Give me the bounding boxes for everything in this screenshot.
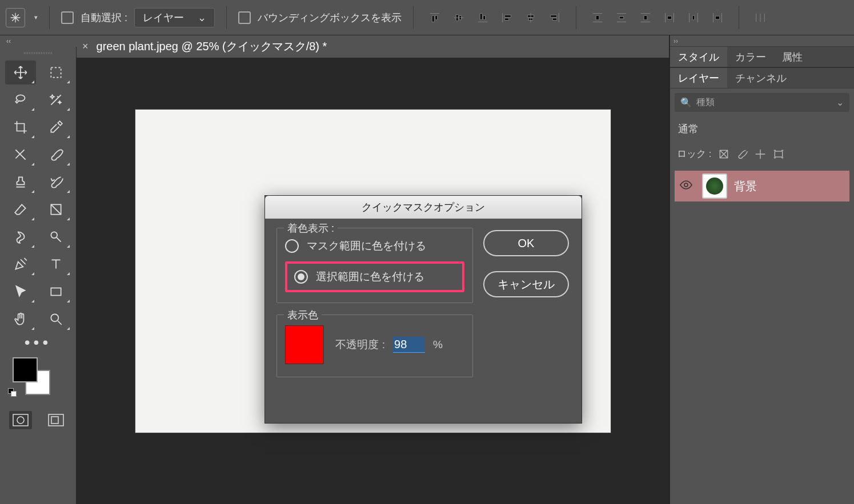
foreground-color-swatch[interactable] <box>13 357 38 382</box>
align-vcenter-icon[interactable] <box>449 8 468 27</box>
zoom-tool[interactable] <box>41 307 71 331</box>
distribute-bottom-icon[interactable] <box>636 8 655 27</box>
tools-panel: ••• <box>0 47 77 504</box>
tab-layers[interactable]: レイヤー <box>670 68 727 88</box>
smudge-tool[interactable] <box>5 225 36 249</box>
tab-color[interactable]: カラー <box>727 47 774 67</box>
crop-tool[interactable] <box>5 115 36 139</box>
cancel-button[interactable]: キャンセル <box>483 271 569 297</box>
marquee-tool[interactable] <box>41 61 71 84</box>
svg-point-11 <box>684 183 688 187</box>
layers-panel-tabs: レイヤー チャンネル <box>670 68 854 88</box>
tab-properties[interactable]: 属性 <box>774 47 811 67</box>
divider <box>226 6 227 29</box>
radio-masked-label: マスク範囲に色を付ける <box>307 239 426 253</box>
layer-row-background[interactable]: 背景 <box>675 171 849 201</box>
divider <box>576 6 576 29</box>
visibility-toggle-icon[interactable] <box>679 178 695 195</box>
layer-thumbnail[interactable] <box>702 174 727 199</box>
bounding-box-checkbox[interactable] <box>238 11 251 24</box>
color-indicates-fieldset: 着色表示 : マスク範囲に色を付ける 選択範囲に色を付ける <box>276 228 473 303</box>
svg-point-4 <box>51 314 58 321</box>
eyedropper-tool[interactable] <box>41 115 71 139</box>
move-tool[interactable] <box>5 61 36 84</box>
distribute-spacing-icon[interactable] <box>751 8 770 27</box>
align-bottom-icon[interactable] <box>473 8 492 27</box>
top-panel-tabs: スタイル カラー 属性 <box>670 47 854 67</box>
default-colors-icon[interactable] <box>8 388 18 398</box>
magic-wand-tool[interactable] <box>41 88 71 112</box>
quick-mask-options-dialog: クイックマスクオプション 着色表示 : マスク範囲に色を付ける 選択範囲に色を付… <box>264 195 582 424</box>
distribute-hcenter-icon[interactable] <box>684 8 703 27</box>
tab-channels[interactable]: チャンネル <box>727 68 795 88</box>
auto-select-target-dropdown[interactable]: レイヤー ⌄ <box>134 8 215 27</box>
toolbar-grip[interactable] <box>21 50 55 56</box>
frame-tool[interactable] <box>5 143 36 167</box>
ok-button[interactable]: OK <box>483 230 569 256</box>
options-bar: ▾ 自動選択 : レイヤー ⌄ バウンディングボックスを表示 <box>0 0 854 35</box>
align-right-icon[interactable] <box>545 8 564 27</box>
distribute-vcenter-icon[interactable] <box>612 8 631 27</box>
lock-row: ロック : <box>675 147 849 160</box>
screen-mode-button[interactable] <box>45 411 67 429</box>
align-top-icon[interactable] <box>425 8 444 27</box>
bounding-box-label: バウンディングボックスを表示 <box>258 11 402 25</box>
quick-mask-mode-button[interactable] <box>9 411 32 429</box>
close-tab-icon[interactable]: × <box>82 41 89 53</box>
gradient-tool[interactable] <box>41 197 71 221</box>
rectangle-tool[interactable] <box>41 280 71 304</box>
divider <box>739 6 739 29</box>
distribute-left-icon[interactable] <box>660 8 679 27</box>
type-tool[interactable] <box>41 252 71 276</box>
auto-select-label: 自動選択 : <box>81 11 127 25</box>
radio-masked-areas[interactable]: マスク範囲に色を付ける <box>285 239 464 253</box>
auto-select-target-value: レイヤー <box>143 11 184 25</box>
pen-tool[interactable] <box>5 252 36 276</box>
tool-preset-button[interactable] <box>6 8 25 27</box>
radio-selected-highlight: 選択範囲に色を付ける <box>285 261 464 292</box>
percent-label: % <box>433 338 443 351</box>
document-title: green plant.jpeg @ 25% (クイックマスク/8) * <box>97 39 327 54</box>
align-hcenter-icon[interactable] <box>521 8 540 27</box>
hand-tool[interactable] <box>5 307 36 331</box>
align-left-icon[interactable] <box>497 8 516 27</box>
svg-rect-0 <box>51 67 61 77</box>
svg-rect-5 <box>13 414 28 426</box>
edit-toolbar-button[interactable]: ••• <box>0 333 76 352</box>
auto-select-checkbox[interactable] <box>61 11 74 24</box>
radio-icon <box>294 270 308 284</box>
lasso-tool[interactable] <box>5 88 36 112</box>
document-tab[interactable]: × green plant.jpeg @ 25% (クイックマスク/8) * <box>77 35 669 58</box>
dodge-tool[interactable] <box>41 225 71 249</box>
divider <box>49 6 50 29</box>
eraser-tool[interactable] <box>5 197 36 221</box>
brush-tool[interactable] <box>41 143 71 167</box>
collapse-panels-handle[interactable]: ›› <box>670 35 854 47</box>
foreground-background-colors[interactable] <box>13 357 53 397</box>
tool-preset-caret[interactable]: ▾ <box>34 14 38 21</box>
collapse-toolbar-handle[interactable]: ‹‹ <box>0 35 17 47</box>
tab-styles[interactable]: スタイル <box>670 47 727 67</box>
history-brush-tool[interactable] <box>41 170 71 194</box>
chevron-down-icon: ⌄ <box>836 97 844 108</box>
color-swatch[interactable] <box>285 325 324 364</box>
document-area: × green plant.jpeg @ 25% (クイックマスク/8) * ク… <box>77 35 669 504</box>
svg-rect-10 <box>775 151 783 157</box>
layer-filter-row[interactable]: 🔍 種類 ⌄ <box>675 93 849 112</box>
right-panels: ›› スタイル カラー 属性 レイヤー チャンネル 🔍 種類 ⌄ 通常 ロック … <box>669 35 854 504</box>
lock-brush-icon[interactable] <box>736 148 748 160</box>
opacity-input[interactable]: 98 <box>393 337 425 353</box>
radio-selected-areas[interactable]: 選択範囲に色を付ける <box>294 269 455 284</box>
stamp-tool[interactable] <box>5 170 36 194</box>
blend-mode-dropdown[interactable]: 通常 <box>675 120 849 138</box>
lock-position-icon[interactable] <box>755 148 766 160</box>
color-indicates-legend: 着色表示 : <box>284 221 338 235</box>
lock-artboard-icon[interactable] <box>773 148 784 160</box>
distribute-right-icon[interactable] <box>708 8 727 27</box>
svg-rect-3 <box>51 288 61 296</box>
radio-icon <box>285 239 299 253</box>
path-select-tool[interactable] <box>5 280 36 304</box>
search-icon: 🔍 <box>680 97 692 108</box>
lock-transparency-icon[interactable] <box>718 148 729 160</box>
distribute-top-icon[interactable] <box>588 8 607 27</box>
